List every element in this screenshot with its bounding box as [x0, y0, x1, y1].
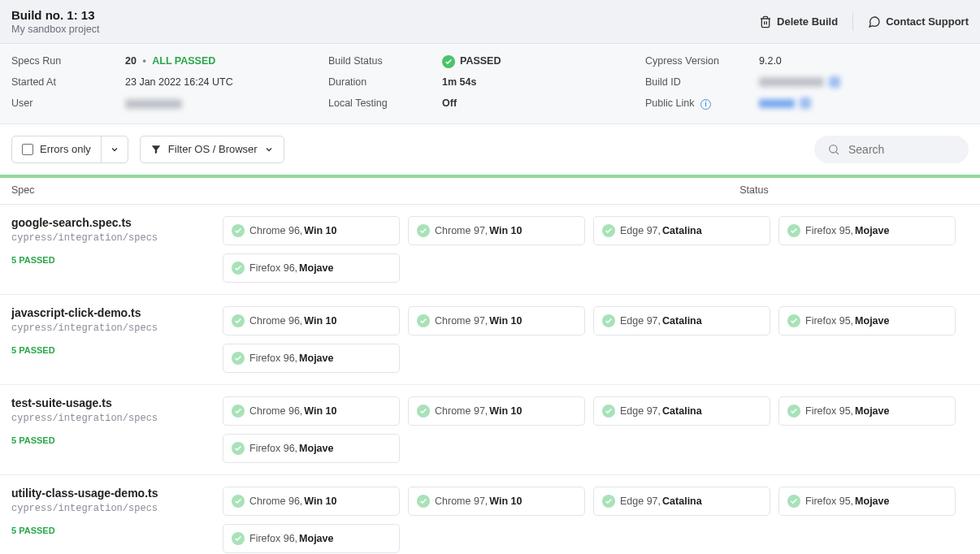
svg-line-1 — [836, 152, 839, 154]
check-icon — [232, 532, 245, 545]
status-grid: Chrome 96, Win 10Chrome 97, Win 10Edge 9… — [223, 216, 969, 283]
filter-bar: Errors only Filter OS / Browser — [0, 124, 980, 175]
os-label: Win 10 — [489, 405, 522, 417]
spec-path: cypress/integration/specs — [11, 413, 215, 424]
chevron-down-icon — [264, 145, 274, 154]
duration-value: 1m 54s — [442, 76, 645, 89]
spec-passed-count: 5 PASSED — [11, 435, 215, 445]
browser-label: Chrome 97 — [435, 496, 485, 507]
public-link-value — [759, 97, 969, 110]
header-divider — [852, 13, 853, 31]
browser-label: Chrome 96 — [249, 496, 300, 507]
status-cell[interactable]: Firefox 96, Mojave — [223, 524, 400, 553]
status-cell[interactable]: Chrome 97, Win 10 — [408, 396, 585, 426]
column-status: Status — [231, 184, 969, 196]
check-icon — [417, 405, 430, 418]
build-status-label: Build Status — [328, 55, 442, 68]
svg-point-0 — [830, 145, 837, 152]
browser-label: Chrome 96 — [249, 405, 300, 417]
spec-row: javascript-click-demo.tscypress/integrat… — [0, 295, 980, 385]
status-cell[interactable]: Firefox 96, Mojave — [223, 434, 400, 463]
filter-os-browser-dropdown[interactable]: Filter OS / Browser — [140, 136, 284, 163]
errors-only-dropdown[interactable]: Errors only — [11, 136, 128, 163]
os-label: Win 10 — [304, 315, 336, 327]
duration-label: Duration — [328, 76, 442, 89]
status-cell[interactable]: Edge 97, Catalina — [593, 306, 770, 335]
page-header: Build no. 1: 13 My sandbox project Delet… — [0, 0, 980, 44]
os-label: Catalina — [662, 405, 702, 417]
status-cell[interactable]: Firefox 95, Mojave — [778, 487, 956, 516]
blurred-text — [759, 77, 824, 87]
browser-label: Edge 97 — [620, 315, 658, 327]
status-cell[interactable]: Firefox 96, Mojave — [223, 344, 400, 373]
status-cell[interactable]: Firefox 95, Mojave — [778, 306, 956, 335]
specs-run-value: 20 • ALL PASSED — [125, 55, 328, 68]
specs-list: google-search.spec.tscypress/integration… — [0, 205, 980, 555]
status-cell[interactable]: Firefox 95, Mojave — [778, 396, 956, 426]
os-label: Catalina — [662, 225, 702, 236]
info-icon[interactable]: i — [700, 99, 711, 110]
checkbox-icon — [22, 144, 33, 155]
os-label: Mojave — [299, 353, 333, 364]
build-status-text: PASSED — [460, 55, 501, 67]
status-cell[interactable]: Edge 97, Catalina — [593, 487, 770, 516]
browser-label: Firefox 95 — [805, 225, 851, 236]
blurred-icon — [800, 97, 811, 109]
spec-info: javascript-click-demo.tscypress/integrat… — [11, 306, 223, 355]
status-cell[interactable]: Chrome 96, Win 10 — [223, 306, 400, 335]
os-label: Win 10 — [304, 496, 336, 507]
browser-label: Chrome 96 — [249, 225, 300, 236]
spec-row: test-suite-usage.tscypress/integration/s… — [0, 385, 980, 475]
divider-dot: • — [142, 55, 145, 67]
os-label: Mojave — [855, 315, 889, 327]
column-spec: Spec — [11, 184, 231, 196]
browser-label: Chrome 96 — [249, 315, 300, 327]
status-cell[interactable]: Firefox 96, Mojave — [223, 253, 400, 283]
browser-label: Chrome 97 — [435, 405, 485, 417]
status-cell[interactable]: Chrome 97, Win 10 — [408, 306, 585, 335]
spec-path: cypress/integration/specs — [11, 503, 215, 514]
status-cell[interactable]: Edge 97, Catalina — [593, 216, 770, 245]
browser-label: Edge 97 — [620, 496, 658, 507]
chat-icon — [868, 15, 881, 28]
browser-label: Firefox 95 — [805, 315, 851, 327]
os-label: Catalina — [662, 496, 702, 507]
status-cell[interactable]: Chrome 96, Win 10 — [223, 487, 400, 516]
os-label: Win 10 — [489, 496, 522, 507]
check-icon — [417, 495, 430, 508]
started-at-value: 23 Jan 2022 16:24 UTC — [125, 76, 328, 89]
status-cell[interactable]: Chrome 96, Win 10 — [223, 396, 400, 426]
search-field[interactable] — [814, 136, 969, 163]
build-status-value: PASSED — [442, 55, 645, 68]
contact-support-button[interactable]: Contact Support — [868, 15, 969, 28]
spec-path: cypress/integration/specs — [11, 322, 215, 334]
specs-run-label: Specs Run — [11, 55, 125, 68]
status-cell[interactable]: Firefox 95, Mojave — [778, 216, 956, 245]
filter-icon — [150, 144, 162, 155]
os-label: Mojave — [299, 262, 333, 274]
check-icon — [787, 224, 800, 237]
status-cell[interactable]: Chrome 96, Win 10 — [223, 216, 400, 245]
check-icon — [442, 55, 455, 68]
status-cell[interactable]: Chrome 97, Win 10 — [408, 216, 585, 245]
os-label: Win 10 — [304, 225, 336, 236]
browser-label: Firefox 96 — [249, 443, 295, 454]
check-icon — [417, 224, 430, 237]
browser-label: Firefox 95 — [805, 405, 851, 417]
trash-icon — [759, 15, 772, 28]
local-testing-label: Local Testing — [328, 97, 442, 110]
search-input[interactable] — [847, 142, 956, 157]
status-cell[interactable]: Chrome 97, Win 10 — [408, 487, 585, 516]
blurred-icon — [829, 76, 840, 88]
check-icon — [232, 442, 245, 455]
blurred-text — [125, 99, 182, 109]
browser-label: Chrome 97 — [435, 225, 485, 236]
build-summary: Specs Run 20 • ALL PASSED Build Status P… — [0, 44, 980, 124]
blurred-link — [759, 99, 795, 108]
status-cell[interactable]: Edge 97, Catalina — [593, 396, 770, 426]
os-label: Mojave — [855, 225, 889, 236]
spec-row: utility-class-usage-demo.tscypress/integ… — [0, 475, 980, 555]
os-label: Win 10 — [489, 225, 522, 236]
status-grid: Chrome 96, Win 10Chrome 97, Win 10Edge 9… — [223, 487, 969, 553]
delete-build-button[interactable]: Delete Build — [759, 15, 838, 28]
